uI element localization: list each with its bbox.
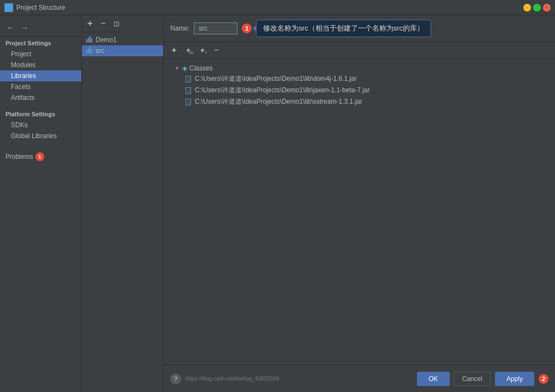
jar-path-2: C:\Users\许道道\IdeaProjects\Demo1\lib\xstr… (195, 97, 362, 106)
add-custom2-button[interactable]: ++ (196, 44, 208, 56)
tooltip-balloon: 修改名称为src（相当于创建了一个名称为src的库） (256, 20, 431, 37)
title-bar: Project Structure − □ × (0, 0, 555, 15)
jar-path-1: C:\Users\许道道\IdeaProjects\Demo1\lib\jaxe… (195, 86, 370, 95)
svg-rect-1 (9, 4, 12, 7)
footer: ? https://blog.csdn.net/wei/qq_40832609 … (164, 365, 555, 392)
jar-icon-1: J (186, 87, 191, 94)
library-item-demo1[interactable]: Demo1 (82, 34, 163, 45)
project-settings-title: Project Settings (0, 37, 81, 49)
sidebar-item-label: SDKs (11, 121, 28, 129)
sidebar-item-label: Project (11, 50, 31, 58)
footer-right: OK Cancel Apply 2 (417, 372, 548, 386)
content-toolbar: + +m ++ − (164, 42, 555, 59)
ok-button[interactable]: OK (417, 372, 449, 386)
copy-library-button[interactable]: ⊡ (110, 17, 122, 29)
library-tree: ▼ ◈ Classes J C:\Users\许道道\IdeaProjects\… (164, 59, 555, 365)
platform-settings-title: Platform Settings (0, 108, 81, 120)
sidebar-item-global-libraries[interactable]: Global Libraries (0, 130, 81, 141)
sidebar-item-project[interactable]: Project (0, 49, 81, 60)
footer-url: https://blog.csdn.net/wei/qq_40832609 (186, 376, 279, 382)
sidebar-item-sdks[interactable]: SDKs (0, 120, 81, 130)
library-src-label: src (96, 47, 104, 55)
name-label: Name: (170, 25, 189, 32)
maximize-button[interactable]: □ (533, 4, 541, 11)
sidebar-item-label: Libraries (11, 72, 36, 80)
library-list-panel: + − ⊡ Demo1 (82, 15, 164, 392)
sidebar-item-modules[interactable]: Modules (0, 60, 81, 70)
sidebar-item-libraries[interactable]: Libraries (0, 70, 81, 81)
classes-node[interactable]: ▼ ◈ Classes (164, 63, 555, 73)
remove-class-button[interactable]: − (211, 44, 223, 56)
problems-item[interactable]: Problems 1 (0, 150, 81, 163)
svg-rect-2 (5, 8, 8, 11)
remove-library-button[interactable]: − (97, 17, 109, 29)
help-button[interactable]: ? (170, 373, 181, 384)
nav-back-button[interactable]: ← (4, 22, 16, 34)
jar-item-2[interactable]: J C:\Users\许道道\IdeaProjects\Demo1\lib\xs… (164, 96, 555, 108)
step1-badge: 1 (242, 23, 252, 33)
name-input[interactable] (194, 22, 237, 34)
app-icon (4, 3, 13, 12)
jar-item-0[interactable]: J C:\Users\许道道\IdeaProjects\Demo1\lib\do… (164, 73, 555, 85)
content-panel: Name: 1 修改名称为src（相当于创建了一个名称为src的库） + +m … (164, 15, 555, 392)
tooltip-text: 修改名称为src（相当于创建了一个名称为src的库） (263, 24, 424, 32)
library-bar-icon (86, 35, 93, 44)
classes-label: Classes (189, 64, 213, 72)
problems-label: Problems (5, 153, 33, 161)
window-title: Project Structure (16, 4, 523, 11)
sidebar-item-label: Global Libraries (11, 132, 57, 140)
expand-arrow-icon: ▼ (175, 66, 180, 71)
add-maven-button[interactable]: +m (182, 44, 194, 56)
sidebar: ← → Project Settings Project Modules Lib… (0, 15, 82, 392)
library-item-src[interactable]: src (82, 45, 163, 56)
library-demo1-label: Demo1 (96, 36, 117, 44)
sidebar-item-label: Modules (11, 61, 35, 69)
sidebar-item-facets[interactable]: Facets (0, 81, 81, 92)
jar-path-0: C:\Users\许道道\IdeaProjects\Demo1\lib\dom4… (195, 74, 357, 84)
add-class-button[interactable]: + (168, 44, 180, 56)
jar-icon-0: J (186, 76, 191, 82)
nav-forward-button[interactable]: → (19, 22, 31, 34)
close-button[interactable]: × (543, 4, 551, 11)
folder-icon: ◈ (182, 64, 187, 72)
library-bar-icon-src (86, 46, 93, 55)
svg-rect-3 (9, 8, 12, 11)
sidebar-item-label: Artifacts (11, 94, 34, 102)
cancel-button[interactable]: Cancel (454, 372, 491, 386)
svg-rect-0 (5, 4, 8, 7)
apply-button[interactable]: Apply (495, 372, 534, 386)
jar-icon-2: J (186, 99, 191, 105)
add-library-button[interactable]: + (84, 17, 96, 29)
jar-item-1[interactable]: J C:\Users\许道道\IdeaProjects\Demo1\lib\ja… (164, 85, 555, 96)
window-controls: − □ × (523, 4, 551, 11)
sidebar-item-label: Facets (11, 83, 31, 91)
minimize-button[interactable]: − (523, 4, 531, 11)
footer-left: ? https://blog.csdn.net/wei/qq_40832609 (170, 373, 279, 384)
step2-badge: 2 (539, 374, 548, 384)
sidebar-item-artifacts[interactable]: Artifacts (0, 92, 81, 103)
name-bar: Name: 1 修改名称为src（相当于创建了一个名称为src的库） (164, 15, 555, 42)
problems-badge: 1 (35, 152, 44, 161)
